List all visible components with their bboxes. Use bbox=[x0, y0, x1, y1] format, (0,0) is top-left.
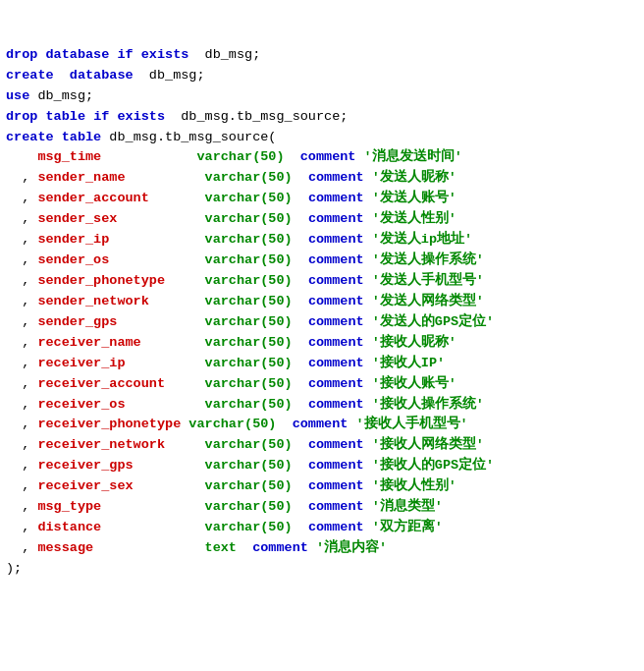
code-token bbox=[293, 211, 308, 226]
code-token bbox=[149, 294, 205, 308]
code-token: comment bbox=[308, 478, 364, 493]
code-token: '接收人账号' bbox=[372, 376, 456, 391]
code-token bbox=[293, 397, 308, 412]
code-token bbox=[293, 499, 308, 514]
code-token: , bbox=[6, 170, 37, 185]
code-token: comment bbox=[308, 191, 364, 205]
code-token: '发送人ip地址' bbox=[372, 232, 472, 247]
code-token: db_msg.tb_msg_source; bbox=[165, 109, 348, 124]
code-token: comment bbox=[308, 170, 364, 185]
code-token: comment bbox=[308, 252, 364, 267]
code-token: table bbox=[62, 130, 110, 144]
code-token: create bbox=[6, 130, 62, 144]
code-token bbox=[355, 149, 363, 164]
code-token bbox=[93, 540, 204, 555]
code-token: varchar(50) bbox=[205, 397, 293, 412]
code-token bbox=[364, 478, 372, 493]
code-token bbox=[134, 478, 205, 493]
code-token: '接收人的GPS定位' bbox=[372, 458, 495, 473]
code-token: sender_phonetype bbox=[37, 273, 165, 288]
code-token: receiver_ip bbox=[37, 356, 125, 370]
code-token bbox=[285, 149, 300, 164]
code-line: , sender_account varchar(50) comment '发送… bbox=[6, 189, 638, 209]
code-token bbox=[364, 335, 372, 350]
code-line: create database db_msg; bbox=[6, 66, 638, 86]
code-token: , bbox=[6, 397, 37, 412]
code-token: comment bbox=[308, 232, 364, 247]
code-token: '发送人网络类型' bbox=[372, 294, 484, 308]
code-token bbox=[364, 232, 372, 247]
code-token bbox=[364, 397, 372, 412]
sql-code-block: drop database if exists db_msg;create da… bbox=[6, 4, 638, 600]
code-token: comment bbox=[308, 397, 364, 412]
code-token bbox=[364, 520, 372, 534]
code-line: use db_msg; bbox=[6, 86, 638, 107]
code-token: table bbox=[46, 109, 94, 124]
code-token bbox=[364, 458, 372, 473]
code-token: msg_type bbox=[37, 499, 101, 514]
code-token: , bbox=[6, 335, 37, 350]
code-token bbox=[101, 520, 204, 534]
code-token: , bbox=[6, 252, 37, 267]
code-token: '消息内容' bbox=[316, 540, 387, 555]
code-token: receiver_network bbox=[37, 437, 165, 452]
code-token: database bbox=[62, 68, 141, 83]
code-token: , bbox=[6, 499, 37, 514]
code-token: db_msg; bbox=[37, 88, 93, 103]
code-token: if exists bbox=[117, 47, 188, 62]
code-token: varchar(50) bbox=[205, 273, 293, 288]
code-token: varchar(50) bbox=[205, 232, 293, 247]
code-token bbox=[348, 417, 355, 431]
code-token: db_msg; bbox=[188, 47, 260, 62]
code-token bbox=[134, 458, 205, 473]
code-token bbox=[109, 252, 204, 267]
code-token bbox=[126, 170, 205, 185]
code-token bbox=[364, 376, 372, 391]
code-token: '接收人IP' bbox=[372, 356, 445, 370]
code-token bbox=[165, 376, 205, 391]
code-token: drop bbox=[6, 109, 46, 124]
code-line: drop database if exists db_msg; bbox=[6, 45, 638, 66]
code-token: , bbox=[6, 294, 37, 308]
code-token bbox=[126, 397, 205, 412]
code-token: '消息发送时间' bbox=[364, 149, 462, 164]
code-token: '接收人操作系统' bbox=[372, 397, 484, 412]
code-token: varchar(50) bbox=[205, 335, 293, 350]
code-token: , bbox=[6, 273, 37, 288]
code-token bbox=[165, 437, 205, 452]
code-token: '发送人账号' bbox=[372, 191, 456, 205]
code-token bbox=[293, 520, 308, 534]
code-token: comment bbox=[308, 356, 364, 370]
code-token bbox=[364, 252, 372, 267]
code-token bbox=[293, 294, 308, 308]
code-line: , sender_gps varchar(50) comment '发送人的GP… bbox=[6, 312, 638, 333]
code-token: receiver_account bbox=[37, 376, 165, 391]
code-line: , sender_network varchar(50) comment '发送… bbox=[6, 292, 638, 312]
code-token bbox=[364, 191, 372, 205]
code-token: comment bbox=[308, 314, 364, 329]
code-token bbox=[364, 170, 372, 185]
code-token bbox=[364, 499, 372, 514]
code-token: db_msg.tb_msg_source( bbox=[109, 130, 276, 144]
code-token bbox=[364, 273, 372, 288]
code-token: '消息类型' bbox=[372, 499, 443, 514]
code-token: use bbox=[6, 88, 37, 103]
code-token bbox=[293, 437, 308, 452]
code-line: create table db_msg.tb_msg_source( bbox=[6, 128, 638, 148]
code-token: comment bbox=[300, 149, 356, 164]
code-token: sender_os bbox=[37, 252, 109, 267]
code-line: , receiver_gps varchar(50) comment '接收人的… bbox=[6, 456, 638, 476]
code-token: varchar(50) bbox=[205, 437, 293, 452]
code-token bbox=[308, 540, 316, 555]
code-token: comment bbox=[308, 376, 364, 391]
code-token: comment bbox=[308, 458, 364, 473]
code-token: sender_ip bbox=[37, 232, 109, 247]
code-token bbox=[117, 211, 204, 226]
code-token bbox=[149, 191, 205, 205]
code-token: varchar(50) bbox=[205, 211, 293, 226]
code-token: varchar(50) bbox=[196, 149, 284, 164]
code-token: ); bbox=[6, 561, 22, 576]
code-token: , bbox=[6, 211, 37, 226]
code-token bbox=[237, 540, 252, 555]
code-line: , receiver_sex varchar(50) comment '接收人性… bbox=[6, 476, 638, 497]
